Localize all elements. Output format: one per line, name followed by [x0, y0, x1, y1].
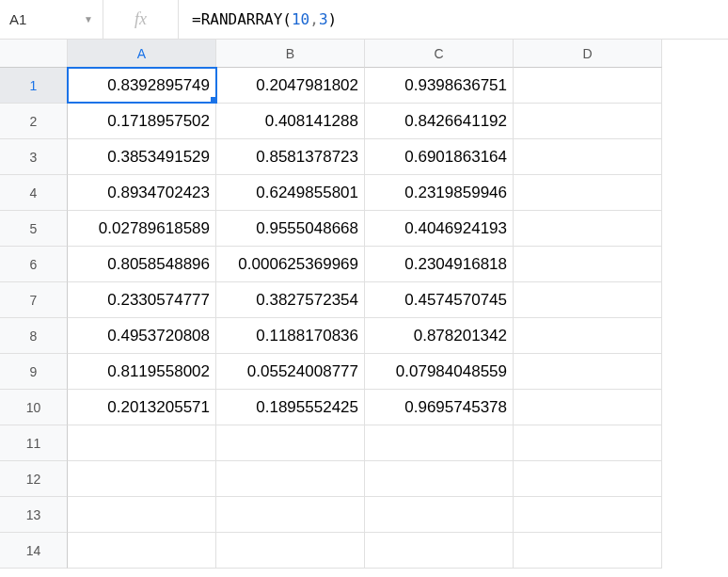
cell-c9[interactable]: 0.07984048559 [365, 354, 514, 390]
cell-c11[interactable] [365, 425, 514, 461]
cell-a8[interactable]: 0.4953720808 [68, 318, 216, 354]
cell-d6[interactable] [514, 247, 662, 282]
cell-c12[interactable] [365, 461, 514, 497]
cell-d2[interactable] [514, 104, 662, 139]
cell-c2[interactable]: 0.8426641192 [365, 104, 514, 139]
cell-c4[interactable]: 0.2319859946 [365, 175, 514, 211]
row-header-1[interactable]: 1 [0, 68, 68, 104]
cell-b6[interactable]: 0.000625369969 [216, 247, 365, 282]
row-header-8[interactable]: 8 [0, 318, 68, 354]
formula-bar: A1 ▼ fx =RANDARRAY(10,3) [0, 0, 728, 40]
cell-a13[interactable] [68, 497, 216, 533]
cell-a5[interactable]: 0.02789618589 [68, 211, 216, 247]
cell-b13[interactable] [216, 497, 365, 533]
cell-c8[interactable]: 0.878201342 [365, 318, 514, 354]
cell-b3[interactable]: 0.8581378723 [216, 139, 365, 175]
column-header-b[interactable]: B [216, 40, 365, 68]
cell-d4[interactable] [514, 175, 662, 211]
cell-a10[interactable]: 0.2013205571 [68, 390, 216, 425]
cell-c3[interactable]: 0.6901863164 [365, 139, 514, 175]
cell-a1[interactable]: 0.8392895749 [67, 67, 217, 104]
name-box[interactable]: A1 ▼ [0, 0, 103, 39]
cell-a12[interactable] [68, 461, 216, 497]
cell-a6[interactable]: 0.8058548896 [68, 247, 216, 282]
row-header-12[interactable]: 12 [0, 461, 68, 497]
cell-c6[interactable]: 0.2304916818 [365, 247, 514, 282]
cell-d9[interactable] [514, 354, 662, 390]
row-header-10[interactable]: 10 [0, 390, 68, 425]
cell-d7[interactable] [514, 282, 662, 318]
cell-b7[interactable]: 0.3827572354 [216, 282, 365, 318]
row-header-5[interactable]: 5 [0, 211, 68, 247]
cell-d3[interactable] [514, 139, 662, 175]
row-header-9[interactable]: 9 [0, 354, 68, 390]
formula-text: =RANDARRAY(10,3) [192, 10, 337, 28]
row-header-14[interactable]: 14 [0, 533, 68, 569]
fx-icon: fx [103, 0, 179, 39]
row-header-11[interactable]: 11 [0, 425, 68, 461]
cell-d1[interactable] [514, 68, 662, 104]
row-header-13[interactable]: 13 [0, 497, 68, 533]
column-header-c[interactable]: C [365, 40, 514, 68]
cell-d14[interactable] [514, 533, 662, 569]
cell-d11[interactable] [514, 425, 662, 461]
column-header-d[interactable]: D [514, 40, 662, 68]
row-header-4[interactable]: 4 [0, 175, 68, 211]
select-all-corner[interactable] [0, 40, 68, 68]
cell-a4[interactable]: 0.8934702423 [68, 175, 216, 211]
cell-b1[interactable]: 0.2047981802 [216, 68, 365, 104]
cell-c5[interactable]: 0.4046924193 [365, 211, 514, 247]
dropdown-icon[interactable]: ▼ [84, 14, 93, 24]
cell-b14[interactable] [216, 533, 365, 569]
cell-a3[interactable]: 0.3853491529 [68, 139, 216, 175]
spreadsheet-grid[interactable]: ABCD10.83928957490.20479818020.939863675… [0, 40, 728, 569]
cell-b2[interactable]: 0.408141288 [216, 104, 365, 139]
cell-c1[interactable]: 0.9398636751 [365, 68, 514, 104]
column-header-a[interactable]: A [68, 40, 216, 68]
cell-b12[interactable] [216, 461, 365, 497]
cell-b4[interactable]: 0.6249855801 [216, 175, 365, 211]
row-header-6[interactable]: 6 [0, 247, 68, 282]
cell-a7[interactable]: 0.2330574777 [68, 282, 216, 318]
cell-a11[interactable] [68, 425, 216, 461]
row-header-7[interactable]: 7 [0, 282, 68, 318]
cell-c13[interactable] [365, 497, 514, 533]
cell-b5[interactable]: 0.9555048668 [216, 211, 365, 247]
cell-c10[interactable]: 0.9695745378 [365, 390, 514, 425]
cell-d13[interactable] [514, 497, 662, 533]
cell-d5[interactable] [514, 211, 662, 247]
cell-c14[interactable] [365, 533, 514, 569]
cell-b10[interactable]: 0.1895552425 [216, 390, 365, 425]
row-header-2[interactable]: 2 [0, 104, 68, 139]
cell-a14[interactable] [68, 533, 216, 569]
cell-b11[interactable] [216, 425, 365, 461]
cell-d8[interactable] [514, 318, 662, 354]
cell-a9[interactable]: 0.8119558002 [68, 354, 216, 390]
cell-d10[interactable] [514, 390, 662, 425]
cell-b8[interactable]: 0.1188170836 [216, 318, 365, 354]
cell-a2[interactable]: 0.1718957502 [68, 104, 216, 139]
cell-b9[interactable]: 0.05524008777 [216, 354, 365, 390]
cell-d12[interactable] [514, 461, 662, 497]
cell-c7[interactable]: 0.4574570745 [365, 282, 514, 318]
formula-input[interactable]: =RANDARRAY(10,3) [179, 0, 728, 39]
row-header-3[interactable]: 3 [0, 139, 68, 175]
name-box-value: A1 [9, 11, 26, 27]
